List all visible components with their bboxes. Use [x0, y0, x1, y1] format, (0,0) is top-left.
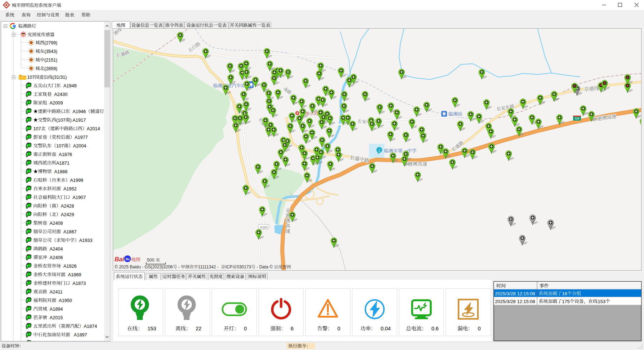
svg-text:(31/31): (31/31) [53, 75, 67, 80]
svg-text:Bai: Bai [115, 256, 125, 263]
svg-text:A1871: A1871 [56, 160, 69, 166]
svg-text:A1907: A1907 [73, 195, 86, 200]
svg-text:A1952: A1952 [63, 186, 77, 191]
svg-text:0.6: 0.6 [432, 326, 439, 331]
svg-text:22: 22 [196, 326, 201, 331]
svg-text:030173: 030173 [237, 264, 251, 269]
svg-text:0: 0 [244, 326, 247, 331]
svg-text:ICP: ICP [225, 264, 232, 269]
svg-text:A2406: A2406 [50, 255, 63, 260]
svg-text:16: 16 [562, 291, 567, 296]
svg-text:A1869: A1869 [68, 272, 81, 277]
svg-text:2025/3/28 12:15:08: 2025/3/28 12:15:08 [495, 299, 535, 304]
svg-text:153: 153 [598, 299, 606, 304]
svg-text:A2428: A2428 [61, 203, 74, 209]
svg-text:du: du [126, 257, 130, 261]
svg-text:107: 107 [33, 126, 41, 131]
svg-text:500: 500 [147, 258, 154, 263]
svg-text:A2404: A2404 [50, 246, 63, 252]
svg-text:A2004: A2004 [73, 143, 86, 149]
svg-text:-: - [178, 264, 180, 269]
svg-text:A1867: A1867 [63, 229, 77, 234]
svg-text:A2411: A2411 [50, 289, 63, 295]
svg-text:) A1917: ) A1917 [70, 117, 86, 123]
svg-text:A1873: A1873 [73, 281, 86, 286]
svg-text:A2408: A2408 [50, 220, 63, 226]
svg-text:- Data ©: - Data © [256, 264, 273, 269]
svg-text:A1977: A1977 [75, 135, 88, 140]
svg-text:G4: G4 [575, 117, 579, 120]
svg-text:A1946: A1946 [73, 109, 86, 114]
svg-text:2025/3/28 12:15:08: 2025/3/28 12:15:08 [495, 291, 535, 296]
svg-text:A2429: A2429 [61, 212, 74, 217]
svg-text:(107: (107 [56, 117, 66, 123]
svg-text:X089: X089 [260, 225, 267, 229]
svg-text:A2015: A2015 [50, 315, 63, 320]
svg-text:A1999: A1999 [70, 178, 83, 183]
svg-text:A1888: A1888 [54, 169, 67, 174]
svg-text:(2151): (2151) [44, 58, 57, 63]
svg-text:0: 0 [478, 326, 481, 331]
svg-text:A1926: A1926 [63, 263, 77, 269]
svg-text:(3543): (3543) [44, 49, 57, 54]
svg-text:A1897: A1897 [74, 332, 87, 337]
svg-text:A1950: A1950 [59, 298, 72, 303]
svg-text:A1933: A1933 [79, 238, 92, 243]
svg-text:6: 6 [291, 326, 294, 331]
svg-text:107: 107 [27, 75, 35, 80]
svg-text:11111342 -: 11111342 - [198, 264, 218, 269]
svg-text:0.04: 0.04 [381, 326, 391, 331]
svg-text:A2009: A2009 [50, 100, 63, 106]
svg-text:A1876: A1876 [59, 152, 72, 157]
svg-text:A1874: A1874 [84, 324, 97, 329]
svg-text:175: 175 [562, 299, 570, 304]
svg-text:153: 153 [148, 326, 156, 331]
svg-text:© 2025 Baidu - GS(2023)3206: © 2025 Baidu - GS(2023)3206 [115, 264, 173, 269]
svg-text:A2014: A2014 [87, 126, 100, 131]
svg-text:0: 0 [337, 326, 340, 331]
svg-text:A1949: A1949 [63, 83, 77, 88]
svg-text:(2859): (2859) [44, 66, 57, 71]
svg-text:A2430: A2430 [54, 92, 67, 97]
svg-text:107: 107 [56, 143, 64, 149]
svg-text:(2799): (2799) [44, 40, 57, 45]
svg-text:A1894: A1894 [50, 306, 63, 312]
